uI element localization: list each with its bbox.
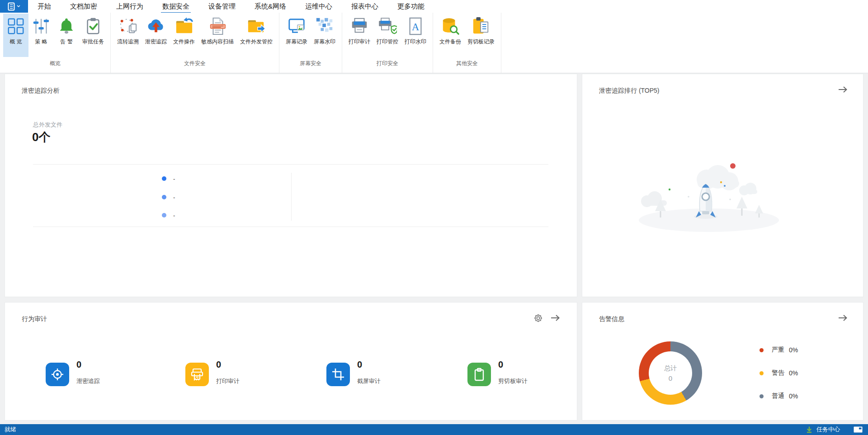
legend-dot: [760, 371, 764, 375]
ribbon-item-file-outgoing-control[interactable]: 文件外发管控: [237, 14, 276, 57]
tab-system-network[interactable]: 系统&网络: [254, 1, 287, 12]
list-item: -: [162, 194, 175, 201]
dashboard-content: 泄密追踪分析 总外发文件 0个 - - - 泄密追踪排行 (TOP5): [0, 74, 868, 421]
bullet-dot: [162, 176, 166, 181]
tab-more-features[interactable]: 更多功能: [397, 1, 425, 12]
donut-total-label: 总计: [664, 364, 677, 373]
leak-trace-analysis-panel: 泄密追踪分析 总外发文件 0个 - - -: [5, 74, 577, 297]
panel-title: 行为审计: [22, 315, 47, 323]
divider: [33, 227, 548, 227]
legend-label: 普通: [772, 392, 784, 400]
ribbon-group-label-other-security: 其他安全: [434, 60, 500, 67]
ribbon-item-file-operations[interactable]: 文件操作: [170, 14, 198, 57]
divider: [291, 173, 292, 221]
list-item-value: -: [173, 194, 175, 201]
ribbon-item-label: 文件备份: [439, 38, 461, 46]
clipboard-icon: [467, 363, 491, 386]
behavior-audit-panel: 行为审计: [5, 302, 577, 421]
folder-return-icon: [175, 15, 193, 37]
ribbon-item-print-control[interactable]: 打印管控: [373, 14, 401, 57]
ribbon-item-label: 告 警: [60, 38, 72, 46]
database-search-icon: [441, 15, 460, 37]
tab-home[interactable]: 开始: [37, 1, 52, 12]
document-scan-icon: [208, 15, 227, 37]
ribbon-item-overview[interactable]: 概 览: [3, 14, 28, 57]
ribbon-item-flow-trace[interactable]: 流转追溯: [114, 14, 142, 57]
legend-item-critical: 严重 0%: [760, 345, 798, 355]
ribbon-item-alerts[interactable]: 告 警: [54, 14, 79, 57]
ribbon-item-leak-trace[interactable]: 泄密追踪: [142, 14, 170, 57]
document-a-icon: A: [406, 15, 425, 37]
ribbon-group-file-security: 流转追溯 泄密追踪 文件操作: [111, 13, 279, 73]
ribbon-group-label-screen-security: 屏幕安全: [281, 60, 340, 67]
gear-icon[interactable]: [534, 314, 542, 324]
app-menu-icon: [8, 2, 15, 11]
ribbon-item-file-backup[interactable]: 文件备份: [436, 14, 464, 57]
ribbon-group-label-print-security: 打印安全: [344, 60, 431, 67]
ribbon-item-label: 敏感内容扫描: [201, 38, 234, 46]
tab-report-center[interactable]: 报表中心: [351, 1, 379, 12]
stat-label: 泄密追踪: [76, 378, 100, 385]
panel-title: 告警信息: [599, 315, 624, 323]
ribbon-item-approval-tasks[interactable]: 审批任务: [79, 14, 107, 57]
ribbon-item-screen-record[interactable]: 屏幕记录: [283, 14, 311, 57]
ribbon-group-overview: 概 览 策 略: [0, 13, 111, 73]
ribbon: 概 览 策 略: [0, 13, 868, 73]
ribbon-item-label: 审批任务: [82, 38, 104, 46]
ribbon-item-print-audit[interactable]: 打印审计: [345, 14, 373, 57]
clipboard-doc-icon: [472, 15, 491, 37]
legend-label: 警告: [772, 369, 784, 377]
app-menu-button[interactable]: [0, 0, 28, 13]
stat-value: 0: [216, 359, 240, 369]
legend-value: 0%: [789, 392, 798, 400]
panel-title: 泄密追踪排行 (TOP5): [599, 87, 660, 95]
task-panel-icon[interactable]: [854, 426, 863, 433]
leak-trace-ranking-panel: 泄密追踪排行 (TOP5): [582, 74, 863, 297]
ribbon-group-other-security: 文件备份 剪切板记录 其他安全: [433, 13, 501, 73]
tab-data-security[interactable]: 数据安全: [162, 1, 190, 12]
legend-value: 0%: [789, 369, 798, 377]
legend-value: 0%: [789, 346, 798, 354]
ribbon-item-label: 文件外发管控: [240, 38, 273, 46]
tab-device-management[interactable]: 设备管理: [208, 1, 236, 12]
monitor-record-icon: [287, 15, 306, 37]
ribbon-tab-bar: 开始 文档加密 上网行为 数据安全 设备管理 系统&网络 运维中心 报表中心 更…: [0, 0, 868, 13]
ribbon-item-clipboard-record[interactable]: 剪切板记录: [464, 14, 498, 57]
legend-item-warning: 警告 0%: [760, 369, 798, 378]
ribbon-item-screen-watermark[interactable]: 屏幕水印: [311, 14, 339, 57]
clipboard-check-icon: [84, 15, 103, 37]
list-item-value: -: [173, 212, 175, 219]
printer-shield-icon: [378, 15, 397, 37]
stat-card-clipboard-audit: 0 剪切板审计: [467, 359, 528, 386]
arrow-right-icon[interactable]: [838, 313, 848, 324]
receipt-printer-icon: [185, 363, 209, 386]
arrow-right-icon[interactable]: [550, 313, 560, 324]
legend-dot: [760, 394, 764, 398]
ribbon-item-label: 屏幕记录: [286, 38, 307, 46]
arrow-right-icon[interactable]: [838, 85, 848, 96]
target-icon: [46, 363, 69, 386]
legend-label: 严重: [772, 346, 784, 354]
stat-value: 0: [357, 359, 381, 369]
ribbon-item-sensitive-content-scan[interactable]: 敏感内容扫描: [198, 14, 237, 57]
ribbon-item-policy[interactable]: 策 略: [28, 14, 54, 57]
svg-text:A: A: [412, 21, 420, 33]
bullet-dot: [162, 195, 166, 199]
tab-ops-center[interactable]: 运维中心: [305, 1, 333, 12]
legend-dot: [760, 348, 764, 352]
total-outgoing-files-value: 0个: [32, 129, 50, 145]
list-item-value: -: [173, 175, 175, 182]
bell-icon: [57, 15, 76, 37]
ribbon-item-print-watermark[interactable]: A 打印水印: [401, 14, 429, 57]
pixel-watermark-icon: [315, 15, 334, 37]
tab-doc-encryption[interactable]: 文档加密: [70, 1, 98, 12]
overview-grid-icon: [6, 15, 25, 37]
alert-donut: 总计 0: [639, 341, 702, 405]
task-center-button[interactable]: 任务中心: [816, 426, 840, 434]
stat-label: 剪切板审计: [498, 378, 528, 385]
alert-info-panel: 告警信息 总计 0 严重 0% 警告 0% 普通 0%: [582, 302, 863, 421]
tab-web-behavior[interactable]: 上网行为: [116, 1, 144, 12]
donut-total-value: 0: [669, 374, 672, 382]
folder-arrow-right-icon: [247, 15, 266, 37]
ribbon-item-label: 流转追溯: [117, 38, 139, 46]
